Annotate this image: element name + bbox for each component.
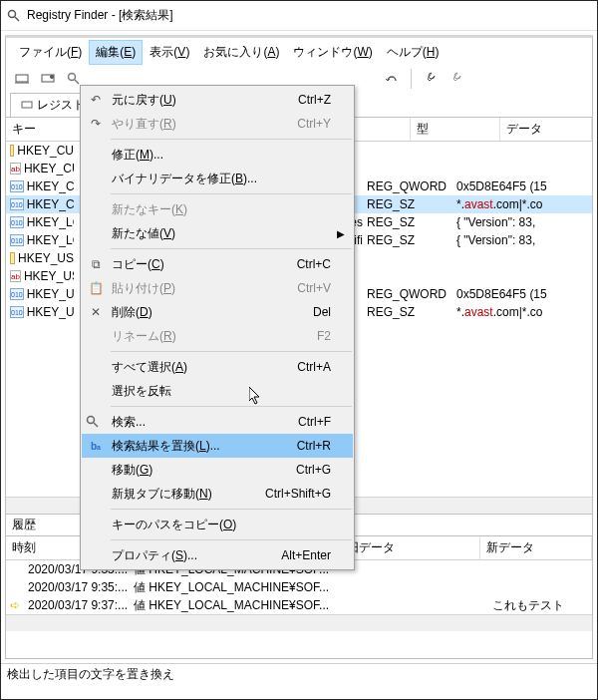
folder-icon [10, 145, 14, 157]
list-item[interactable]: ➪2020/03/17 9:37:...値 HKEY_LOCAL_MACHINE… [6, 596, 592, 614]
menu-new-value[interactable]: 新たな値(V)▶ [82, 221, 353, 245]
svg-rect-8 [22, 102, 32, 108]
menu-goto[interactable]: 移動(G)Ctrl+G [82, 458, 353, 482]
svg-line-1 [15, 17, 19, 21]
toolbar-wrench2-icon[interactable] [446, 69, 465, 89]
paste-icon: 📋 [86, 281, 106, 295]
title-bar: Registry Finder - [検索結果] [1, 1, 597, 31]
menu-copy[interactable]: ⧉コピー(C)Ctrl+C [82, 252, 353, 276]
window-title: Registry Finder - [検索結果] [27, 7, 173, 24]
svg-point-5 [50, 75, 54, 79]
menu-favorites[interactable]: お気に入り(A) [196, 40, 286, 65]
menu-view[interactable]: 表示(V) [143, 40, 196, 65]
folder-icon [10, 252, 15, 264]
string-icon: ab [10, 270, 21, 282]
toolbar-separator [411, 69, 412, 89]
menu-rename[interactable]: リネーム(R)F2 [82, 324, 353, 348]
menu-properties[interactable]: プロパティ(S)...Alt+Enter [82, 543, 353, 567]
copy-icon: ⧉ [86, 257, 106, 271]
column-data[interactable]: データ [500, 118, 592, 141]
svg-line-10 [94, 423, 98, 427]
menubar: ファイル(F) 編集(E) 表示(V) お気に入り(A) ウィンドウ(W) ヘル… [6, 38, 592, 65]
redo-icon: ↷ [86, 117, 106, 131]
app-icon [7, 9, 21, 23]
toolbar-network-icon[interactable] [38, 69, 58, 89]
menu-modify[interactable]: 修正(M)... [82, 143, 353, 167]
delete-icon: ✕ [86, 305, 106, 319]
menu-edit[interactable]: 編集(E) [89, 40, 143, 65]
menu-invert-selection[interactable]: 選択を反転 [82, 379, 353, 403]
svg-point-6 [69, 74, 76, 81]
undo-icon: ↶ [86, 93, 106, 107]
binary-icon: 010 [10, 306, 24, 318]
menu-window[interactable]: ウィンドウ(W) [286, 40, 379, 65]
binary-icon: 010 [10, 198, 24, 210]
edit-dropdown-menu: ↶元に戻す(U)Ctrl+Z ↷やり直す(R)Ctrl+Y 修正(M)... バ… [80, 85, 355, 570]
svg-line-7 [75, 80, 79, 84]
list-item[interactable]: 2020/03/17 9:35:...値 HKEY_LOCAL_MACHINE¥… [6, 578, 592, 596]
menu-undo[interactable]: ↶元に戻す(U)Ctrl+Z [82, 88, 353, 112]
content-frame: ファイル(F) 編集(E) 表示(V) お気に入り(A) ウィンドウ(W) ヘル… [5, 35, 593, 659]
binary-icon: 010 [10, 180, 24, 192]
menu-modify-binary[interactable]: バイナリデータを修正(B)... [82, 167, 353, 190]
column-new[interactable]: 新データ [480, 536, 592, 559]
search-icon [86, 415, 106, 429]
binary-icon: 010 [10, 234, 24, 246]
toolbar-computer-icon[interactable] [12, 69, 32, 89]
menu-paste[interactable]: 📋貼り付け(P)Ctrl+V [82, 276, 353, 300]
menu-redo[interactable]: ↷やり直す(R)Ctrl+Y [82, 112, 353, 136]
menu-copy-keypath[interactable]: キーのパスをコピー(O) [82, 513, 353, 536]
binary-icon: 010 [10, 216, 24, 228]
string-icon: ab [10, 163, 21, 175]
column-type[interactable]: 型 [411, 118, 500, 141]
svg-rect-2 [16, 75, 28, 82]
svg-point-0 [9, 10, 16, 17]
menu-file[interactable]: ファイル(F) [12, 40, 89, 65]
menu-new-key[interactable]: 新たなキー(K) [82, 197, 353, 221]
menu-find[interactable]: 検索...Ctrl+F [82, 410, 353, 434]
submenu-arrow-icon: ▶ [337, 228, 345, 239]
menu-goto-newtab[interactable]: 新規タブに移動(N)Ctrl+Shift+G [82, 482, 353, 506]
menu-help[interactable]: ヘルプ(H) [380, 40, 447, 65]
current-arrow-icon: ➪ [10, 598, 20, 612]
toolbar-reundo-icon[interactable] [383, 69, 403, 89]
toolbar-wrench-icon[interactable] [420, 69, 440, 89]
menu-replace-results[interactable]: ba検索結果を置換(L)...Ctrl+R [82, 434, 353, 458]
replace-icon: ba [86, 441, 106, 452]
computer-icon [21, 101, 33, 110]
status-bar: 検出した項目の文字を置き換え [1, 663, 597, 685]
column-old[interactable]: 旧データ [341, 536, 480, 559]
binary-icon: 010 [10, 288, 24, 300]
menu-delete[interactable]: ✕削除(D)Del [82, 300, 353, 324]
menu-select-all[interactable]: すべて選択(A)Ctrl+A [82, 355, 353, 379]
horizontal-scrollbar[interactable] [6, 614, 592, 631]
svg-point-9 [88, 417, 95, 424]
